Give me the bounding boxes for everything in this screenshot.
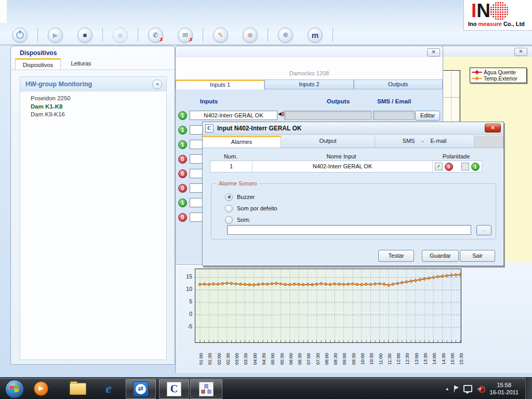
input-state-indicator: 0: [178, 155, 187, 164]
guardar-button[interactable]: Guardar: [422, 250, 459, 262]
tab-inputs-2[interactable]: Inputs 2: [264, 79, 353, 89]
sair-button[interactable]: Sair: [460, 250, 495, 262]
stop-icon[interactable]: ■: [77, 28, 92, 43]
polarity-checkbox-unchecked[interactable]: [461, 163, 469, 170]
input-state-indicator: 0: [178, 169, 187, 178]
close-icon[interactable]: ✕: [427, 48, 440, 57]
taskbar-teamviewer[interactable]: ⇄: [126, 379, 156, 399]
column-header-nome-input: Nome Input: [251, 153, 431, 159]
ball-icon[interactable]: ⊕: [243, 28, 258, 43]
hand-icon[interactable]: ◉: [113, 28, 128, 43]
close-icon[interactable]: ✕: [514, 48, 527, 56]
radio-button[interactable]: [225, 205, 233, 212]
mute-ban-overlay: [478, 386, 485, 393]
logo-letter-n: N: [476, 2, 489, 20]
show-desktop-button[interactable]: [525, 378, 532, 399]
x-axis-tick-label: 14:30: [441, 345, 446, 365]
group-label: Alarme Sonoro: [217, 180, 259, 187]
clock[interactable]: 15:58 16-01-2011: [490, 381, 518, 396]
damocles-titlebar: [176, 46, 443, 57]
mail-cancel-icon[interactable]: ✉✗: [178, 28, 193, 43]
x-axis-tick-label: 13:00: [414, 345, 419, 365]
device-group-header: HW-group Monitoring «: [20, 77, 166, 91]
device-list: Poseidon 2250Dam K1-K8Dam K9-K16: [20, 91, 166, 119]
speaker-horn: ◀: [278, 111, 282, 116]
radio-button[interactable]: [225, 193, 233, 201]
logo-letter-i: I: [471, 2, 475, 20]
system-tray: ▲ ◀ 15:58 16-01-2011: [445, 378, 518, 399]
volume-muted-icon[interactable]: ◀: [477, 384, 485, 393]
close-icon[interactable]: ✕: [485, 124, 501, 132]
play-icon[interactable]: ▶: [48, 28, 63, 43]
editar-button[interactable]: Editar: [415, 111, 440, 121]
media-player-icon: ▶: [34, 381, 48, 396]
x-axis-tick-label: 01:00: [198, 345, 204, 365]
taskbar-c-app[interactable]: C: [159, 379, 189, 399]
taskbar-wmp[interactable]: ▶: [31, 379, 51, 398]
network-icon[interactable]: ☸: [278, 28, 293, 43]
toolbar-separator: [203, 28, 203, 42]
polarity-zero-indicator: 0: [445, 163, 453, 171]
sound-path-input[interactable]: [227, 225, 471, 235]
tab-alarmes[interactable]: Alarmes: [203, 136, 281, 148]
tab-sms-email[interactable]: SMS - E-mail: [375, 136, 474, 148]
script-icon[interactable]: ✎: [213, 28, 228, 43]
tab-inputs-1[interactable]: Inputs 1: [176, 79, 264, 89]
input-state-indicator: 1: [178, 111, 187, 120]
radio-option[interactable]: Buzzer: [225, 191, 277, 203]
x-axis-tick-label: 15:00: [450, 345, 455, 365]
toolbar-separator: [102, 28, 103, 42]
action-center-flag-icon[interactable]: [454, 385, 459, 392]
column-header-polaridade: Polaridade: [431, 153, 481, 159]
x-axis-tick-label: 05:30: [280, 345, 285, 365]
taskbar-network-app[interactable]: [190, 379, 222, 399]
tab-dispositivos[interactable]: Dispositivos: [15, 58, 61, 70]
tab-leituras[interactable]: Leituras: [60, 58, 102, 69]
company-logo: I N Ino measure Co., Ltd: [463, 0, 532, 31]
x-axis-tick-label: 09:00: [342, 345, 347, 365]
radio-label: Som por defeito: [237, 205, 277, 211]
radio-option[interactable]: Som:: [225, 214, 277, 225]
taskbar-ie[interactable]: e: [99, 379, 118, 398]
input-state-indicator: 1: [178, 126, 187, 135]
testar-button[interactable]: Testar: [378, 250, 414, 262]
speaker-icon: ◀)): [278, 111, 284, 116]
logo-letters: I N: [471, 1, 509, 21]
browse-button[interactable]: ...: [476, 225, 491, 235]
taskbar-explorer[interactable]: [68, 379, 88, 398]
x-axis-tick-label: 03:30: [243, 345, 248, 365]
device-item[interactable]: Poseidon 2250: [31, 95, 166, 103]
chart-panel: 151050-5 01:0001:3002:0002:3003:0003:300…: [175, 262, 532, 373]
x-axis-tick-label: 05:00: [270, 345, 275, 365]
column-header-sms-email: SMS / Email: [377, 98, 411, 104]
power-icon[interactable]: [12, 28, 28, 43]
input-name-field[interactable]: N402-Interr GERAL OK: [190, 111, 277, 120]
phone-cancel-icon[interactable]: ✆✗: [148, 28, 163, 43]
x-axis-tick-label: 11:30: [387, 345, 392, 365]
tab-output[interactable]: Output: [281, 136, 375, 148]
network-status-icon[interactable]: [463, 385, 472, 392]
toolbar-separator: [268, 28, 268, 42]
device-item[interactable]: Dam K9-K16: [31, 111, 166, 119]
toolbar-separator: [138, 28, 138, 42]
x-axis-tick-label: 02:30: [225, 345, 231, 365]
caption-part: measure: [478, 21, 502, 27]
x-axis-tick-label: 15:30: [459, 345, 464, 365]
tray-expand-icon[interactable]: ▲: [445, 387, 449, 391]
caption-part: Ino: [468, 21, 478, 27]
x-axis-tick-label: 06:00: [288, 345, 294, 365]
column-header-num: Num.: [210, 153, 251, 159]
polarity-checkbox-checked[interactable]: ✓: [435, 163, 443, 170]
radio-group: BuzzerSom por defeitoSom:: [225, 191, 277, 225]
tab-outputs[interactable]: Outputs: [354, 79, 443, 89]
column-header-inputs: Inputs: [200, 98, 218, 104]
radio-label: Som:: [237, 217, 250, 223]
collapse-chevron-icon[interactable]: «: [152, 79, 162, 89]
alarme-sonoro-group: Alarme Sonoro BuzzerSom por defeitoSom: …: [211, 183, 496, 240]
radio-button[interactable]: [225, 216, 233, 224]
device-item[interactable]: Dam K1-K8: [31, 103, 166, 111]
start-button[interactable]: [5, 380, 24, 398]
radio-option[interactable]: Som por defeito: [225, 203, 277, 214]
m-icon[interactable]: m: [308, 28, 323, 43]
toolbar-separator: [37, 28, 38, 42]
